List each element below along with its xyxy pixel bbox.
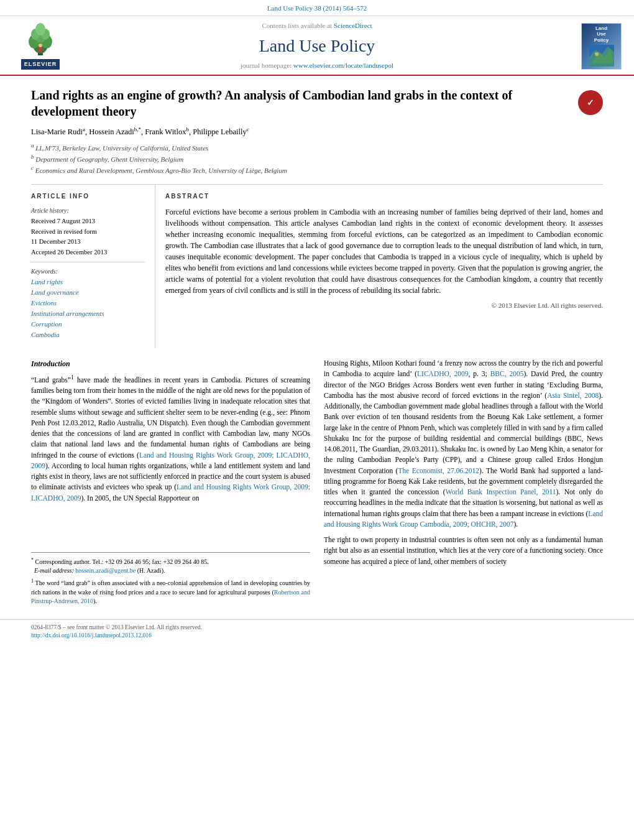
keyword-institutional: Institutional arrangements — [31, 309, 145, 319]
authors-line: Lisa-Marie Rudia, Hossein Azadib,*, Fran… — [31, 126, 603, 137]
ref-economist[interactable]: The Economist, 27.06.2012 — [398, 467, 479, 474]
affiliation-b: b Department of Geography, Ghent Univers… — [31, 153, 603, 164]
journal-center: Contents lists available at ScienceDirec… — [68, 21, 566, 71]
doi-link[interactable]: http://dx.doi.org/10.1016/j.landusepol.2… — [31, 632, 152, 639]
body-col-right: Housing Rights, Miloon Kothari found ‘a … — [324, 358, 603, 607]
crossmark-badge: ✓ — [578, 90, 603, 115]
svg-point-7 — [35, 23, 45, 35]
journal-title: Land Use Policy — [68, 34, 566, 59]
svg-point-13 — [595, 52, 599, 56]
affiliation-c: c Economics and Rural Development, Gembl… — [31, 164, 603, 175]
footnote-1: 1 The word “land grab” is often associat… — [31, 578, 310, 605]
article-info-title: ARTICLE INFO — [31, 192, 145, 201]
keyword-cambodia: Cambodia — [31, 330, 145, 340]
right-para-1: Housing Rights, Miloon Kothari found ‘a … — [324, 358, 603, 530]
article-title: Land rights as an engine of growth? An a… — [31, 87, 578, 119]
body-col-left: Introduction “Land grabs”1 have made the… — [31, 358, 310, 607]
intro-heading: Introduction — [31, 358, 310, 369]
history-label: Article history: — [31, 206, 145, 216]
journal-volume-info: Land Use Policy 38 (2014) 564–572 — [267, 4, 367, 12]
copyright-notice: © 2013 Elsevier Ltd. All rights reserved… — [165, 301, 603, 311]
svg-rect-9 — [39, 47, 42, 52]
article-info: ARTICLE INFO Article history: Received 7… — [31, 185, 155, 348]
ref-land-housing-wg[interactable]: Land and Housing Rights Work Group Cambo… — [324, 510, 603, 528]
ref-bbc-2005[interactable]: BBC, 2005 — [490, 370, 524, 377]
bottom-bar: 0264-8377/$ – see front matter © 2013 El… — [0, 619, 634, 645]
accepted-date: Accepted 26 December 2013 — [31, 247, 145, 257]
homepage-link[interactable]: www.elsevier.com/locate/landusepol — [293, 62, 393, 69]
crossmark-icon: ✓ — [581, 93, 600, 112]
ref-land-housing-1[interactable]: Land and Housing Rights Work Group, 2009… — [31, 451, 310, 469]
footnotes: * Corresponding author. Tel.: +32 09 264… — [31, 552, 310, 606]
elsevier-label: ELSEVIER — [21, 59, 60, 70]
abstract-section: ABSTRACT Forceful evictions have become … — [155, 185, 603, 348]
keyword-land-rights: Land rights — [31, 277, 145, 287]
intro-para-1: “Land grabs”1 have made the headlines in… — [31, 373, 310, 504]
right-para-2: The right to own property in industrial … — [324, 535, 603, 567]
abstract-text: Forceful evictions have become a serious… — [165, 206, 603, 296]
journal-cover: LandUsePolicy — [566, 23, 622, 70]
ref-land-housing-2[interactable]: Land and Housing Rights Work Group, 2009… — [31, 483, 310, 501]
email-link[interactable]: hossein.azadi@ugent.be — [75, 567, 136, 574]
revised-date: Received in revised form11 December 2013 — [31, 227, 145, 246]
cover-map-icon — [589, 45, 614, 67]
article-title-section: Land rights as an engine of growth? An a… — [31, 87, 603, 119]
issn-notice: 0264-8377/$ – see front matter © 2013 El… — [31, 624, 202, 630]
affiliation-a: a LL.M'73, Berkeley Law, University of C… — [31, 142, 603, 153]
keyword-evictions: Evictions — [31, 298, 145, 308]
ref-asia-sintel[interactable]: Asia Sintel, 2008 — [547, 392, 599, 399]
abstract-title: ABSTRACT — [165, 192, 603, 201]
info-divider — [31, 262, 145, 262]
keyword-corruption: Corruption — [31, 320, 145, 330]
keyword-land-governance: Land governance — [31, 288, 145, 298]
ref-licadho-2009[interactable]: LICADHO, 2009 — [417, 370, 469, 377]
sd-notice: Contents lists available at ScienceDirec… — [68, 21, 566, 31]
elsevier-logo: ELSEVIER — [12, 23, 68, 70]
lup-cover-image: LandUsePolicy — [581, 23, 622, 70]
footnote-star: * Corresponding author. Tel.: +32 09 264… — [31, 556, 310, 575]
cover-label: LandUsePolicy — [594, 25, 609, 44]
sciencedirect-link[interactable]: ScienceDirect — [334, 22, 372, 29]
keywords-label: Keywords: — [31, 267, 145, 277]
svg-text:✓: ✓ — [587, 98, 594, 108]
journal-header: ELSEVIER Contents lists available at Sci… — [0, 16, 634, 76]
svg-point-8 — [39, 44, 42, 47]
received-date: Received 7 August 2013 — [31, 216, 145, 226]
info-abstract-section: ARTICLE INFO Article history: Received 7… — [31, 184, 603, 348]
body-columns: Introduction “Land grabs”1 have made the… — [31, 358, 603, 607]
housing-text: Housing — [324, 359, 348, 367]
ref-wb-panel[interactable]: World Bank Inspection Panel, 2011 — [446, 488, 556, 496]
elsevier-tree-icon — [22, 23, 59, 57]
affiliations: a LL.M'73, Berkeley Law, University of C… — [31, 142, 603, 175]
journal-homepage: journal homepage: www.elsevier.com/locat… — [68, 61, 566, 71]
top-bar: Land Use Policy 38 (2014) 564–572 — [0, 0, 634, 16]
ref-robertson[interactable]: Robertson and Pinstrup-Andresen, 2010 — [31, 589, 310, 604]
article-content: Land rights as an engine of growth? An a… — [0, 76, 634, 619]
